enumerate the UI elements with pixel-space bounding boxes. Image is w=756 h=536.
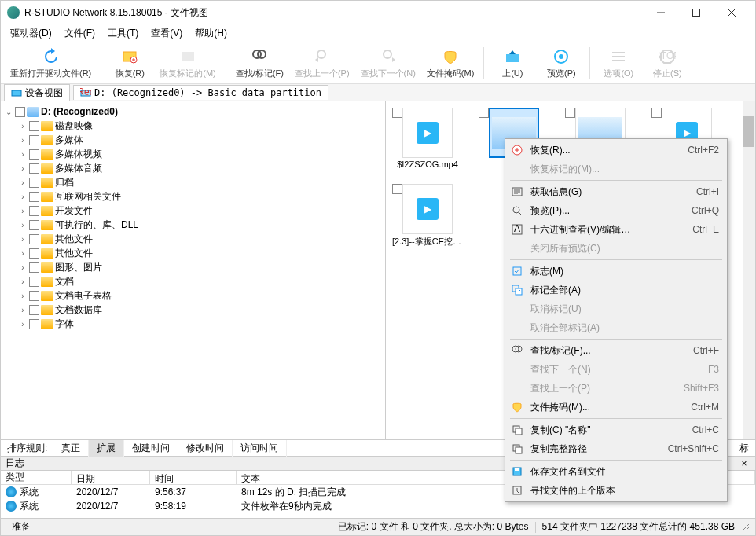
checkbox[interactable] bbox=[29, 121, 39, 131]
checkbox[interactable] bbox=[29, 277, 39, 287]
ctx-find[interactable]: 查找/标记(F)...Ctrl+F bbox=[507, 341, 725, 360]
tab-device-view[interactable]: 设备视图 bbox=[4, 84, 70, 101]
checkbox[interactable] bbox=[392, 108, 402, 118]
preview-button[interactable]: 预览(P) bbox=[538, 46, 585, 81]
checkbox[interactable] bbox=[29, 220, 39, 230]
stop-button[interactable]: STOP停止(S) bbox=[644, 46, 691, 81]
expand-icon[interactable]: › bbox=[18, 221, 28, 229]
menu-drive[interactable]: 驱动器(D) bbox=[4, 25, 58, 42]
tree-item[interactable]: ›文档 bbox=[1, 274, 385, 288]
checkbox[interactable] bbox=[29, 291, 39, 301]
sort-tab-4[interactable]: 访问时间 bbox=[233, 440, 287, 457]
checkbox[interactable] bbox=[29, 135, 39, 145]
tree-item[interactable]: ›互联网相关文件 bbox=[1, 189, 385, 204]
expand-icon[interactable]: › bbox=[18, 136, 28, 145]
recover-button[interactable]: 恢复(R) bbox=[106, 46, 153, 81]
ctx-mark[interactable]: 标志(M) bbox=[507, 262, 725, 281]
expand-icon[interactable]: › bbox=[18, 292, 28, 300]
folder-tree[interactable]: ⌄ D: (Recognized0) ›磁盘映像›多媒体›多媒体视频›多媒体音频… bbox=[1, 101, 386, 439]
checkbox[interactable] bbox=[29, 248, 39, 259]
checkbox[interactable] bbox=[479, 108, 489, 118]
tree-root[interactable]: ⌄ D: (Recognized0) bbox=[1, 105, 385, 119]
find-next-button[interactable]: 查找下一个(N) bbox=[356, 46, 420, 81]
expand-icon[interactable]: › bbox=[18, 320, 28, 329]
ctx-save[interactable]: 保存文件名到文件 bbox=[507, 462, 725, 481]
find-prev-button[interactable]: 查找上一个(P) bbox=[290, 46, 354, 81]
checkbox[interactable] bbox=[29, 163, 39, 174]
scrollbar-thumb[interactable] bbox=[743, 116, 754, 147]
up-button[interactable]: 上(U) bbox=[489, 46, 536, 81]
sort-tab-0[interactable]: 真正 bbox=[53, 440, 89, 457]
tree-item[interactable]: ›字体 bbox=[1, 317, 385, 331]
checkbox[interactable] bbox=[15, 107, 25, 117]
log-col-date[interactable]: 日期 bbox=[72, 471, 150, 484]
log-col-type[interactable]: 类型 bbox=[1, 471, 72, 484]
ctx-mark-all[interactable]: 标记全部(A) bbox=[507, 281, 725, 299]
collapse-icon[interactable]: ⌄ bbox=[4, 108, 13, 116]
expand-icon[interactable]: › bbox=[18, 235, 28, 244]
close-button[interactable] bbox=[714, 1, 749, 24]
checkbox[interactable] bbox=[29, 305, 39, 315]
reopen-button[interactable]: 重新打开驱动文件(R) bbox=[6, 46, 96, 81]
tree-item[interactable]: ›多媒体音频 bbox=[1, 161, 385, 175]
checkbox[interactable] bbox=[29, 206, 39, 216]
expand-icon[interactable]: › bbox=[18, 277, 28, 286]
recover-marked-button[interactable]: 恢复标记的(M) bbox=[155, 46, 221, 81]
scrollbar[interactable] bbox=[743, 101, 755, 439]
ctx-recover[interactable]: 恢复(R)...Ctrl+F2 bbox=[507, 141, 725, 160]
log-close-button[interactable]: × bbox=[738, 458, 750, 469]
sort-tab-2[interactable]: 创建时间 bbox=[124, 440, 178, 457]
tree-item[interactable]: ›归档 bbox=[1, 175, 385, 189]
find-mark-button[interactable]: 查找/标记(F) bbox=[231, 46, 288, 81]
resize-grip-icon[interactable] bbox=[741, 523, 750, 532]
checkbox[interactable] bbox=[29, 149, 39, 160]
expand-icon[interactable]: › bbox=[18, 306, 28, 314]
expand-icon[interactable]: › bbox=[18, 263, 28, 272]
maximize-button[interactable] bbox=[678, 1, 714, 24]
checkbox[interactable] bbox=[29, 192, 39, 202]
file-mask-button[interactable]: 文件掩码(M) bbox=[422, 46, 479, 81]
tab-path[interactable]: Rec D: (Recognized0) -> Basic data parti… bbox=[73, 85, 328, 100]
tree-item[interactable]: ›多媒体 bbox=[1, 133, 385, 147]
expand-icon[interactable]: › bbox=[18, 193, 28, 201]
tree-item[interactable]: ›文档数据库 bbox=[1, 303, 385, 317]
ctx-mask[interactable]: 文件掩码(M)...Ctrl+M bbox=[507, 398, 725, 417]
ctx-info[interactable]: 获取信息(G)Ctrl+I bbox=[507, 182, 725, 201]
tree-item[interactable]: ›多媒体视频 bbox=[1, 147, 385, 161]
ctx-preview[interactable]: 预览(P)...Ctrl+Q bbox=[507, 201, 725, 220]
tree-item[interactable]: ›磁盘映像 bbox=[1, 119, 385, 133]
ctx-prev-v[interactable]: 寻找文件的上个版本 bbox=[507, 481, 725, 500]
minimize-button[interactable] bbox=[643, 1, 678, 24]
expand-icon[interactable]: › bbox=[18, 249, 28, 258]
menu-file[interactable]: 文件(F) bbox=[58, 25, 101, 42]
tree-item[interactable]: ›可执行的、库、DLL bbox=[1, 218, 385, 232]
file-thumb[interactable]: ▶[2.3]--掌握CE挖掘… bbox=[392, 184, 463, 248]
expand-icon[interactable]: › bbox=[18, 178, 28, 187]
sort-tab-1[interactable]: 扩展 bbox=[89, 440, 124, 457]
checkbox[interactable] bbox=[29, 319, 39, 329]
expand-icon[interactable]: › bbox=[18, 150, 28, 159]
tree-item[interactable]: ›其他文件 bbox=[1, 246, 385, 260]
checkbox[interactable] bbox=[392, 184, 402, 194]
log-col-time[interactable]: 时间 bbox=[150, 471, 237, 484]
ctx-hex[interactable]: A十六进制查看(V)/编辑…Ctrl+E bbox=[507, 220, 725, 239]
options-button[interactable]: 选项(O) bbox=[595, 46, 642, 81]
checkbox[interactable] bbox=[29, 262, 39, 273]
tree-item[interactable]: ›图形、图片 bbox=[1, 260, 385, 274]
menu-help[interactable]: 帮助(H) bbox=[189, 25, 233, 42]
checkbox[interactable] bbox=[29, 178, 39, 188]
expand-icon[interactable]: › bbox=[18, 122, 28, 130]
sort-tab-3[interactable]: 修改时间 bbox=[178, 440, 233, 457]
expand-icon[interactable]: › bbox=[18, 164, 28, 173]
file-thumb[interactable]: ▶$I2ZSZOG.mp4 bbox=[392, 108, 463, 171]
expand-icon[interactable]: › bbox=[18, 207, 28, 215]
checkbox[interactable] bbox=[29, 234, 39, 244]
menu-view[interactable]: 查看(V) bbox=[145, 25, 189, 42]
tree-item[interactable]: ›开发文件 bbox=[1, 204, 385, 218]
tree-item[interactable]: ›其他文件 bbox=[1, 232, 385, 246]
ctx-copy-p[interactable]: 复制完整路径Ctrl+Shift+C bbox=[507, 439, 725, 458]
ctx-copy[interactable]: 复制(C) "名称"Ctrl+C bbox=[507, 420, 725, 439]
menu-tools[interactable]: 工具(T) bbox=[101, 25, 145, 42]
tree-item[interactable]: ›文档电子表格 bbox=[1, 288, 385, 303]
checkbox[interactable] bbox=[565, 108, 575, 118]
